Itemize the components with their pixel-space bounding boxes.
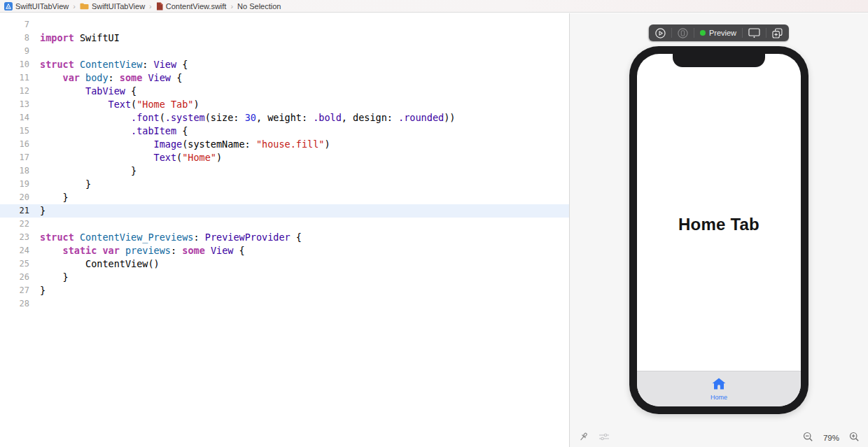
- code-line[interactable]: 19 }: [0, 178, 569, 191]
- line-number: 27: [0, 284, 29, 297]
- zoom-in-icon: [849, 432, 860, 445]
- breadcrumb-item-group[interactable]: SwiftUITabView: [80, 2, 145, 10]
- code-text: struct ContentView_Previews: PreviewProv…: [40, 231, 302, 244]
- breadcrumb-label: SwiftUITabView: [92, 2, 145, 10]
- zoom-out-button[interactable]: [803, 432, 813, 445]
- code-line[interactable]: 24 static var previews: some View {: [0, 244, 569, 257]
- code-text: static var previews: some View {: [40, 244, 245, 257]
- line-number: 24: [0, 244, 29, 257]
- project-icon: [4, 2, 13, 10]
- line-number: 10: [0, 58, 29, 71]
- breadcrumb-label: ContentView.swift: [166, 2, 227, 10]
- code-text: }: [40, 164, 136, 178]
- house-icon: [712, 378, 726, 392]
- adjustments-icon: [598, 432, 610, 444]
- code-text: struct ContentView: View {: [40, 58, 188, 71]
- source-editor[interactable]: 78import SwiftUI910struct ContentView: V…: [0, 13, 569, 447]
- toolbar-divider: [766, 28, 766, 38]
- tab-bar-item-home[interactable]: Home: [710, 378, 727, 401]
- device-circle-icon: [678, 28, 688, 38]
- code-line[interactable]: 14 .font(.system(size: 30, weight: .bold…: [0, 111, 569, 125]
- preview-canvas: Preview Home Tab Home: [570, 13, 868, 447]
- line-number: 20: [0, 191, 29, 204]
- code-text: Text("Home Tab"): [40, 98, 200, 111]
- tab-bar: Home: [637, 371, 801, 406]
- pin-icon: [578, 432, 589, 445]
- code-text: .tabItem {: [40, 125, 188, 138]
- code-text: ContentView(): [40, 257, 160, 271]
- live-preview-button[interactable]: [655, 28, 666, 38]
- zoom-in-button[interactable]: [849, 432, 860, 445]
- chevron-right-icon: ›: [73, 2, 76, 10]
- line-number: 8: [0, 31, 29, 45]
- zoom-level-label[interactable]: 79%: [823, 434, 839, 442]
- code-line[interactable]: 20 }: [0, 191, 569, 204]
- preview-on-device-button[interactable]: [748, 28, 760, 38]
- preview-settings-button[interactable]: [598, 432, 610, 444]
- preview-status-label: Preview: [709, 29, 736, 37]
- preview-status[interactable]: Preview: [700, 29, 736, 37]
- code-line[interactable]: 25 ContentView(): [0, 257, 569, 271]
- line-number: 23: [0, 231, 29, 244]
- chevron-right-icon: ›: [149, 2, 152, 10]
- status-dot: [700, 30, 706, 36]
- code-line[interactable]: 21}: [0, 204, 569, 218]
- code-line[interactable]: 7: [0, 18, 569, 31]
- play-circle-icon: [655, 28, 666, 38]
- device-preview-button[interactable]: [678, 28, 688, 38]
- code-line[interactable]: 13 Text("Home Tab"): [0, 98, 569, 111]
- line-number: 15: [0, 125, 29, 138]
- breadcrumb-item-project[interactable]: SwiftUITabView: [4, 2, 69, 10]
- breadcrumb-label: No Selection: [237, 2, 281, 10]
- code-text: TabView {: [40, 85, 136, 98]
- line-number: 26: [0, 271, 29, 284]
- code-line[interactable]: 23struct ContentView_Previews: PreviewPr…: [0, 231, 569, 244]
- line-number: 12: [0, 85, 29, 98]
- folder-icon: [80, 3, 89, 10]
- code-line[interactable]: 17 Text("Home"): [0, 151, 569, 164]
- code-line[interactable]: 15 .tabItem {: [0, 125, 569, 138]
- swift-file-icon: [156, 2, 163, 10]
- toolbar-divider: [742, 28, 743, 38]
- code-line[interactable]: 12 TabView {: [0, 85, 569, 98]
- device-title: Home Tab: [637, 215, 801, 234]
- tab-bar-item-label: Home: [710, 394, 727, 401]
- code-line[interactable]: 8import SwiftUI: [0, 31, 569, 45]
- code-text: }: [40, 271, 69, 284]
- device-screen: Home Tab Home: [637, 54, 801, 406]
- code-line[interactable]: 9: [0, 45, 569, 58]
- code-line[interactable]: 28: [0, 297, 569, 311]
- line-number: 13: [0, 98, 29, 111]
- pin-preview-button[interactable]: [578, 432, 589, 445]
- line-number: 9: [0, 45, 29, 58]
- chevron-right-icon: ›: [230, 2, 233, 10]
- code-area: 78import SwiftUI910struct ContentView: V…: [0, 13, 569, 311]
- preview-toolbar: Preview: [649, 24, 789, 41]
- code-line[interactable]: 27}: [0, 284, 569, 297]
- duplicate-preview-button[interactable]: [772, 28, 783, 38]
- code-line[interactable]: 11 var body: some View {: [0, 71, 569, 85]
- code-text: .font(.system(size: 30, weight: .bold, d…: [40, 111, 455, 125]
- code-line[interactable]: 26 }: [0, 271, 569, 284]
- code-line[interactable]: 10struct ContentView: View {: [0, 58, 569, 71]
- line-number: 14: [0, 111, 29, 125]
- breadcrumb-label: SwiftUITabView: [15, 2, 69, 10]
- line-number: 7: [0, 18, 29, 31]
- iphone-frame: Home Tab Home: [629, 46, 808, 414]
- code-line[interactable]: 16 Image(systemName: "house.fill"): [0, 138, 569, 151]
- line-number: 18: [0, 164, 29, 178]
- toolbar-divider: [694, 28, 694, 38]
- jump-bar: SwiftUITabView › SwiftUITabView › Conten…: [0, 0, 868, 13]
- line-number: 28: [0, 297, 29, 311]
- code-text: var body: some View {: [40, 71, 182, 85]
- display-icon: [748, 28, 760, 38]
- breadcrumb-item-file[interactable]: ContentView.swift: [156, 2, 227, 10]
- line-number: 21: [0, 204, 29, 218]
- code-text: }: [40, 191, 69, 204]
- code-text: Text("Home"): [40, 151, 222, 164]
- notch: [673, 54, 765, 67]
- breadcrumb-item-selection[interactable]: No Selection: [237, 2, 281, 10]
- line-number: 11: [0, 71, 29, 85]
- code-line[interactable]: 22: [0, 218, 569, 231]
- code-line[interactable]: 18 }: [0, 164, 569, 178]
